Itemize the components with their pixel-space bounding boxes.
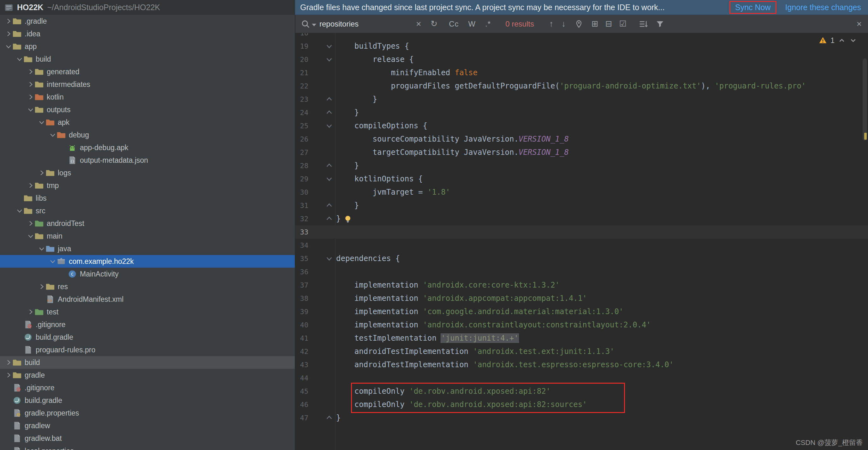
tree-item-app[interactable]: app (0, 40, 295, 53)
code-line-31[interactable]: 31 } (295, 199, 868, 212)
tree-item-test[interactable]: test (0, 306, 295, 318)
code-line-29[interactable]: 29 kotlinOptions { (295, 172, 868, 186)
code-line-45[interactable]: 45 compileOnly 'de.robv.android.xposed:a… (295, 385, 868, 398)
code-line-21[interactable]: 21 minifyEnabled false (295, 66, 868, 79)
tree-item-local-properties[interactable]: local.properties (0, 445, 295, 450)
fold-end-icon[interactable] (323, 215, 335, 223)
code-line-27[interactable]: 27 targetCompatibility JavaVersion.VERSI… (295, 146, 868, 159)
code-line-32[interactable]: 32} (295, 212, 868, 225)
tree-item-src[interactable]: src (0, 204, 295, 217)
tree-item-main[interactable]: main (0, 230, 295, 243)
tree-item-libs[interactable]: libs (0, 192, 295, 204)
select-all-occurrences-icon[interactable]: ☑ (619, 19, 626, 29)
next-highlight-icon[interactable] (849, 36, 857, 45)
chevron-right-icon[interactable] (37, 169, 46, 177)
recent-search-icon[interactable]: ↻ (431, 19, 437, 29)
tree-item-outputs[interactable]: outputs (0, 103, 295, 116)
tree-item-gitignore[interactable]: .gitignore (0, 382, 295, 394)
code-line-43[interactable]: 43 androidTestImplementation 'androidx.t… (295, 358, 868, 371)
code-line-37[interactable]: 37 implementation 'androidx.core:core-kt… (295, 278, 868, 292)
error-stripe-mark[interactable] (864, 133, 867, 140)
tree-item-intermediates[interactable]: intermediates (0, 78, 295, 91)
tree-item-idea[interactable]: .idea (0, 28, 295, 40)
code-line-36[interactable]: 36 (295, 265, 868, 278)
chevron-right-icon[interactable] (27, 182, 35, 189)
code-line-24[interactable]: 24 } (295, 106, 868, 119)
chevron-down-icon[interactable] (49, 131, 57, 139)
tree-item-proguard-rules-pro[interactable]: proguard-rules.pro (0, 343, 295, 356)
regex-toggle[interactable]: .* (485, 20, 491, 28)
fold-open-icon[interactable] (323, 254, 335, 262)
chevron-right-icon[interactable] (27, 68, 35, 76)
intention-bulb-icon[interactable] (343, 214, 352, 225)
match-case-toggle[interactable]: Cc (449, 20, 459, 28)
chevron-right-icon[interactable] (37, 283, 46, 290)
tree-item-app-debug-apk[interactable]: app-debug.apk (0, 141, 295, 154)
remove-selection-icon[interactable]: ⊟ (606, 19, 612, 29)
chevron-right-icon[interactable] (4, 18, 12, 25)
code-line-26[interactable]: 26 sourceCompatibility JavaVersion.VERSI… (295, 133, 868, 146)
code-line-42[interactable]: 42 androidTestImplementation 'androidx.t… (295, 345, 868, 358)
pin-icon[interactable] (575, 20, 583, 28)
tree-item-build[interactable]: build (0, 356, 295, 369)
words-toggle[interactable]: W (468, 20, 476, 28)
tree-item-build[interactable]: build (0, 53, 295, 65)
tree-item-mainactivity[interactable]: CMainActivity (0, 268, 295, 280)
tree-item-build-gradle[interactable]: build.gradle (0, 394, 295, 407)
chevron-right-icon[interactable] (27, 81, 35, 88)
tree-item-kotlin[interactable]: kotlin (0, 91, 295, 103)
search-input[interactable]: repositories (319, 20, 414, 28)
code-line-40[interactable]: 40 implementation 'androidx.constraintla… (295, 318, 868, 332)
tree-item-gradlew-bat[interactable]: gradlew.bat (0, 432, 295, 445)
tree-item-java[interactable]: java (0, 243, 295, 255)
tree-item-com-example-ho22k[interactable]: com.example.ho22k (0, 255, 295, 268)
chevron-down-icon[interactable] (37, 245, 46, 253)
code-line-28[interactable]: 28 } (295, 159, 868, 172)
chevron-right-icon[interactable] (4, 359, 12, 366)
chevron-down-icon[interactable] (27, 106, 35, 113)
add-selection-icon[interactable]: ⊞ (591, 19, 598, 29)
tree-item-gradlew[interactable]: gradlew (0, 419, 295, 432)
ignore-changes-link[interactable]: Ignore these changes (785, 3, 861, 12)
tree-item-tmp[interactable]: tmp (0, 179, 295, 192)
prev-highlight-icon[interactable] (838, 36, 846, 45)
tree-item-gitignore[interactable]: .gitignore (0, 318, 295, 331)
code-line-35[interactable]: 35dependencies { (295, 252, 868, 265)
tree-item-gradle-properties[interactable]: gradle.properties (0, 407, 295, 419)
code-line-23[interactable]: 23 } (295, 92, 868, 106)
tree-item-res[interactable]: res (0, 280, 295, 293)
tree-item-androidtest[interactable]: androidTest (0, 217, 295, 230)
code-line-20[interactable]: 20 release { (295, 53, 868, 66)
chevron-right-icon[interactable] (4, 30, 12, 37)
search-history-caret-icon[interactable] (312, 24, 316, 26)
chevron-down-icon[interactable] (27, 232, 35, 240)
next-match-button[interactable]: ↓ (561, 19, 566, 29)
tree-item-gradle[interactable]: gradle (0, 369, 295, 382)
fold-end-icon[interactable] (323, 201, 335, 209)
filter-lines-icon[interactable] (639, 19, 648, 29)
code-line-33[interactable]: 33 (295, 225, 868, 238)
editor[interactable]: 1819 buildTypes {20 release {21 minifyEn… (295, 33, 868, 450)
search-icon[interactable] (301, 19, 311, 29)
chevron-down-icon[interactable] (37, 118, 46, 126)
chevron-down-icon[interactable] (49, 257, 57, 265)
chevron-down-icon[interactable] (16, 207, 24, 215)
fold-open-icon[interactable] (323, 42, 335, 50)
code-line-39[interactable]: 39 implementation 'com.google.android.ma… (295, 305, 868, 318)
code-line-18[interactable]: 18 (295, 33, 868, 39)
fold-end-icon[interactable] (323, 95, 335, 103)
tree-item-androidmanifest-xml[interactable]: AndroidManifest.xml (0, 293, 295, 306)
tree-item-logs[interactable]: logs (0, 167, 295, 179)
chevron-down-icon[interactable] (16, 55, 24, 63)
editor-scrollbar[interactable] (863, 58, 867, 141)
code-line-19[interactable]: 19 buildTypes { (295, 39, 868, 53)
chevron-right-icon[interactable] (4, 371, 12, 379)
fold-end-icon[interactable] (323, 108, 335, 117)
clear-search-icon[interactable]: × (416, 19, 421, 29)
fold-open-icon[interactable] (323, 175, 335, 183)
tree-item-apk[interactable]: apk (0, 116, 295, 129)
previous-match-button[interactable]: ↑ (549, 19, 553, 29)
tree-item-debug[interactable]: debug (0, 129, 295, 141)
tree-item-generated[interactable]: generated (0, 65, 295, 78)
filter-icon[interactable] (656, 20, 664, 28)
